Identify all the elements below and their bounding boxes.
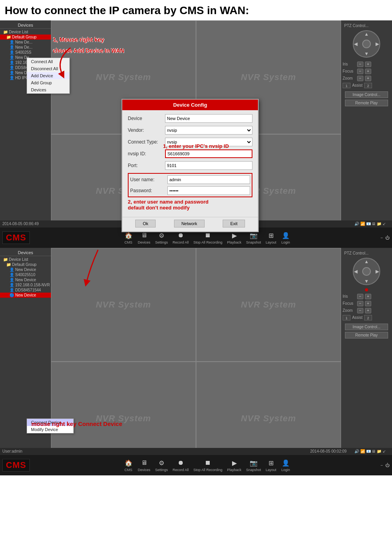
taskbar-nav-settings[interactable]: ⚙ Settings	[155, 231, 168, 244]
taskbar2-label-layout: Layout	[266, 468, 276, 472]
cms-logo-2: CMS	[2, 459, 30, 471]
sidebar-title-1: Devices	[0, 22, 51, 29]
cms-panel-inner-2: Devices 📁 Device List 📁 Default Group 👤 …	[0, 248, 392, 475]
taskbar2-nav-record-all[interactable]: ⏺ Record All	[172, 458, 189, 472]
ptz-right-2[interactable]: ▶	[376, 269, 379, 274]
ptz-iris-plus-2[interactable]: +	[365, 294, 371, 299]
ptz-dpad-1[interactable]: ▲ ▼ ◀ ▶	[353, 30, 380, 58]
taskbar2-power[interactable]: ⏻	[385, 463, 390, 468]
taskbar2-nav-snapshot[interactable]: 📷 Snapshot	[246, 458, 261, 472]
taskbar2-minus[interactable]: −	[381, 463, 383, 468]
ctx-connect-all[interactable]: Connect All	[27, 58, 69, 65]
taskbar2-nav-playback[interactable]: ▶ Playback	[227, 458, 241, 472]
ptz-up-2[interactable]: ▲	[364, 259, 369, 264]
ptz-right[interactable]: ▶	[376, 41, 379, 47]
taskbar-nav-layout[interactable]: ⊞ Layout	[266, 231, 276, 244]
ptz-title-1: PTZ Control...	[344, 24, 368, 28]
taskbar-nav-login[interactable]: 👤 Login	[281, 231, 290, 244]
tree2-default-group[interactable]: 📁 Default Group	[0, 262, 51, 267]
dialog-ok-btn[interactable]: Ok	[135, 220, 156, 227]
tree2-item-6[interactable]: 🔵 New Device	[0, 293, 51, 298]
taskbar-nav-playback[interactable]: ▶ Playback	[227, 231, 241, 244]
dialog-password-input[interactable]	[167, 186, 250, 195]
tree2-item-2[interactable]: 👤 S40025510	[0, 272, 51, 277]
snapshot-icon: 📷	[249, 231, 258, 240]
dialog-username-input[interactable]	[167, 175, 250, 184]
ptz-center-2[interactable]	[362, 267, 371, 276]
dialog-vendor-select[interactable]: nvsip	[165, 126, 252, 135]
sidebar-title-2: Devices	[0, 249, 51, 256]
ptz-iris-plus[interactable]: +	[365, 62, 371, 67]
remote-play-btn-1[interactable]: Remote Play	[345, 100, 388, 106]
taskbar-nav-record-all[interactable]: ⏺ Record All	[172, 231, 189, 244]
ptz-dpad-2[interactable]: ▲ ▼ ◀ ▶	[353, 258, 380, 285]
taskbar2-label-devices: Devices	[138, 468, 151, 472]
tree-item-3[interactable]: 👤 S40025S	[0, 50, 51, 55]
ptz-zoom-plus[interactable]: +	[365, 76, 371, 81]
ptz-center[interactable]	[362, 40, 371, 48]
tree-item-1[interactable]: 👤 New De...	[0, 40, 51, 45]
ptz-zoom-minus-2[interactable]: −	[357, 308, 363, 313]
tree2-item-1[interactable]: 👤 New Device	[0, 267, 51, 272]
ptz-down[interactable]: ▼	[364, 51, 369, 56]
tree2-item-5[interactable]: 👤 DDS84571544	[0, 288, 51, 293]
ptz-zoom-plus-2[interactable]: +	[365, 308, 371, 313]
status-bar-2: User:admin 2014-08-05 00:02:09 🔊 📶 📧 🖥 📁…	[0, 448, 392, 455]
ctx-add-group[interactable]: Add Group	[27, 79, 69, 86]
tree-device-list[interactable]: 📁 Device List	[0, 29, 51, 35]
dialog-title: Device Config	[122, 100, 258, 110]
ptz-focus-minus-2[interactable]: −	[357, 301, 363, 306]
image-control-btn-1[interactable]: Image Control...	[345, 91, 388, 98]
ctx-devices[interactable]: Devices	[27, 86, 69, 93]
taskbar2-nav-layout[interactable]: ⊞ Layout	[266, 458, 276, 472]
ctx2-modify-device[interactable]: Modify Device	[27, 426, 73, 433]
ctx-disconnect-all[interactable]: Disconnect All	[27, 65, 69, 72]
ctx2-connect-device[interactable]: Connect Device	[27, 419, 73, 426]
ptz-iris-minus[interactable]: −	[357, 62, 363, 67]
sidebar-1: Devices 📁 Device List 📁 Default Group 👤 …	[0, 20, 51, 248]
ptz-left-2[interactable]: ◀	[354, 269, 358, 274]
credentials-highlight-box: User name: Password:	[128, 173, 252, 197]
ptz-assist-row: 1 Assist 2	[343, 83, 390, 88]
taskbar-nav-devices[interactable]: 🖥 Devices	[138, 231, 151, 244]
tree-default-group[interactable]: 📁 Default Group	[0, 35, 51, 40]
nvr-watermark-tl: NVR System	[96, 72, 151, 82]
dialog-port-input[interactable]	[165, 161, 252, 170]
ptz-focus-plus[interactable]: +	[365, 69, 371, 74]
taskbar2-nav-login[interactable]: 👤 Login	[281, 458, 290, 472]
taskbar2-nav-devices[interactable]: 🖥 Devices	[138, 458, 151, 472]
tree2-item-3[interactable]: 👤 New Device	[0, 277, 51, 282]
dialog-footer: Ok Network Exit	[122, 217, 258, 231]
ptz-up[interactable]: ▲	[364, 31, 369, 37]
dialog-network-btn[interactable]: Network	[174, 220, 205, 227]
taskbar-nav-snapshot[interactable]: 📷 Snapshot	[246, 231, 261, 244]
ctx-add-device[interactable]: Add Device	[27, 72, 69, 79]
tree2-item-4[interactable]: 👤 192.168.0.158-NVR	[0, 282, 51, 288]
image-control-btn-2[interactable]: Image Control...	[345, 324, 388, 330]
dialog-nvsip-id-input[interactable]	[165, 149, 252, 158]
tree2-device-list[interactable]: 📁 Device List	[0, 257, 51, 262]
nvr-watermark2-tl: NVR System	[96, 300, 151, 310]
taskbar2-nav-cms[interactable]: 🏠 CMS	[124, 458, 133, 472]
taskbar-minus[interactable]: −	[381, 235, 383, 240]
ptz-down-2[interactable]: ▼	[364, 278, 369, 284]
taskbar-power[interactable]: ⏻	[385, 235, 390, 240]
ptz-focus-minus[interactable]: −	[357, 69, 363, 74]
taskbar-nav-cms[interactable]: 🏠 CMS	[124, 231, 133, 244]
dialog-exit-btn[interactable]: Exit	[223, 220, 245, 227]
ptz-assist-num2-2: 2	[364, 315, 372, 320]
dialog-device-input[interactable]	[165, 114, 252, 123]
remote-play-btn-2[interactable]: Remote Play	[345, 332, 388, 338]
ptz-iris-minus-2[interactable]: −	[357, 294, 363, 299]
taskbar-nav-stop-recording[interactable]: ⏹ Stop All Recording	[193, 231, 222, 244]
dialog-username-label: User name:	[130, 177, 167, 182]
tree-item-2[interactable]: 👤 New De...	[0, 45, 51, 50]
ptz-focus-plus-2[interactable]: +	[365, 301, 371, 306]
taskbar2-nav-stop-recording[interactable]: ⏹ Stop All Recording	[193, 458, 222, 472]
ptz-assist-label: Assist	[350, 83, 364, 87]
taskbar-icons-2: 🏠 CMS 🖥 Devices ⚙ Settings ⏺ Record All …	[34, 458, 381, 472]
ptz-left[interactable]: ◀	[354, 41, 358, 47]
status-icons-1: 🔊 📶 📧 🖥 📁 ↙	[354, 222, 386, 226]
taskbar2-nav-settings[interactable]: ⚙ Settings	[155, 458, 168, 472]
ptz-zoom-minus[interactable]: −	[357, 76, 363, 81]
